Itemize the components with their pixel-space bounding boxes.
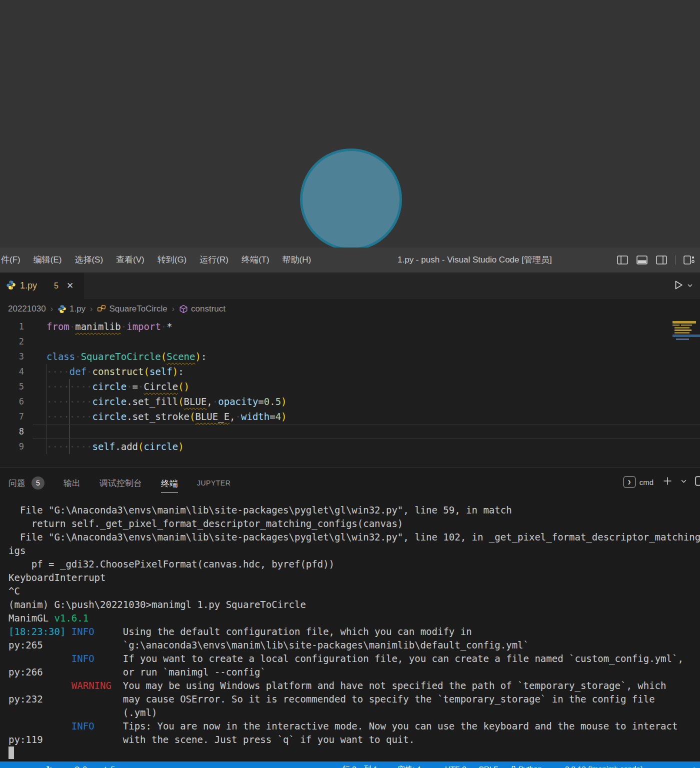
- warnings-icon: △: [102, 762, 108, 768]
- line-number: 9: [0, 439, 24, 454]
- menu-bar: 件(F)编辑(E)选择(S)查看(V)转到(G)运行(R)终端(T)帮助(H): [0, 248, 318, 272]
- menu-item-2[interactable]: 选择(S): [68, 248, 110, 272]
- code-line-8: 8: [0, 424, 700, 439]
- window-title: 1.py - push - Visual Studio Code [管理员]: [398, 248, 552, 272]
- braces-icon: {}: [511, 762, 516, 768]
- minimap-line: [672, 324, 680, 326]
- status-warnings-icon[interactable]: △5: [102, 762, 115, 768]
- code-line-3: 3class·SquareToCircle(Scene):: [0, 349, 700, 364]
- minimap-line: [674, 327, 690, 328]
- tab-1py[interactable]: 1.py 5 ✕: [0, 272, 84, 299]
- breadcrumb-item-construct[interactable]: construct: [179, 304, 226, 314]
- status-cursor-position[interactable]: 行 8，列 1: [342, 762, 378, 768]
- manim-circle-shape: [300, 148, 402, 250]
- toggle-sidebar-icon[interactable]: [616, 254, 628, 266]
- terminal-kind-icon: ❯: [624, 476, 636, 488]
- code-text: ········circle·=·Circle(): [46, 379, 190, 394]
- run-python-file-icon[interactable]: [673, 280, 684, 292]
- code-line-6: 6········circle.set_fill(BLUE,·opacity=0…: [0, 394, 700, 409]
- tab-close-icon[interactable]: ✕: [66, 282, 74, 290]
- terminal-output[interactable]: File "G:\Anaconda3\envs\manim\lib\site-p…: [8, 504, 700, 746]
- status-sync-icon[interactable]: ↻: [46, 762, 52, 768]
- new-terminal-icon[interactable]: [662, 476, 672, 488]
- code-editor[interactable]: 1from·manimlib·import·*23class·SquareToC…: [0, 319, 700, 468]
- line-number: 7: [0, 409, 24, 424]
- panel-tab-调试控制台[interactable]: 调试控制台: [100, 476, 142, 489]
- editor-tab-bar: 1.py 5 ✕: [0, 272, 700, 299]
- terminal-row: py:119 with the scene. Just press `q` if…: [8, 733, 700, 746]
- code-line-5: 5········circle·=·Circle(): [0, 379, 700, 394]
- run-dropdown-chevron-icon[interactable]: [687, 282, 693, 290]
- screen: { "colors": { "status_bar_bg": "#0b7dd7"…: [0, 0, 700, 768]
- menu-item-1[interactable]: 编辑(E): [27, 248, 68, 272]
- terminal-row: ManimGL v1.6.1: [8, 612, 700, 625]
- panel-tab-JUPYTER[interactable]: JUPYTER: [197, 477, 230, 487]
- class-icon: [97, 304, 106, 314]
- editor-actions: [673, 272, 693, 299]
- breadcrumb-separator: ›: [172, 304, 174, 314]
- minimap-line: [676, 338, 689, 340]
- minimap-line: [672, 321, 696, 324]
- tab-problems-badge: 5: [54, 282, 58, 290]
- status-encoding[interactable]: UTF-8: [445, 762, 466, 768]
- terminal-row: py:232 may cause OSError. So it is recom…: [8, 692, 700, 706]
- status-language-mode[interactable]: {}Python: [511, 762, 542, 768]
- minimap-line: [674, 332, 690, 334]
- menu-item-3[interactable]: 查看(V): [110, 248, 151, 272]
- line-number: 6: [0, 394, 24, 409]
- terminal-row: py:265 `g:\anaconda3\envs\manim\lib\site…: [8, 638, 700, 652]
- terminal-dropdown-chevron-icon[interactable]: [680, 478, 687, 486]
- breadcrumb: 20221030›1.py›SquareToCircle›construct: [0, 299, 700, 319]
- terminal-row: INFO Tips: You are now in the interactiv…: [8, 720, 700, 733]
- status-eol[interactable]: CRLF: [478, 762, 498, 768]
- toggle-panel-icon[interactable]: [636, 254, 648, 266]
- panel-tab-终端[interactable]: 终端: [161, 476, 178, 492]
- status-errors-icon[interactable]: ⊗0: [74, 762, 87, 768]
- terminal-row: (manim) G:\push\20221030>manimgl 1.py Sq…: [8, 598, 700, 612]
- code-text: class·SquareToCircle(Scene):: [46, 349, 206, 364]
- status-indentation[interactable]: 空格: 4: [398, 762, 421, 768]
- breadcrumb-item-squaretocircle[interactable]: SquareToCircle: [97, 304, 167, 314]
- python-icon: [58, 304, 66, 314]
- errors-icon: ⊗: [74, 762, 80, 768]
- panel-tab-输出[interactable]: 输出: [64, 476, 80, 489]
- line-number: 2: [0, 334, 24, 349]
- minimap[interactable]: [672, 319, 700, 352]
- code-line-1: 1from·manimlib·import·*: [0, 319, 700, 334]
- breadcrumb-separator: ›: [50, 304, 53, 314]
- status-notifications[interactable]: ○: [692, 762, 696, 768]
- panel-tabs: 问题5输出调试控制台终端JUPYTER: [8, 468, 250, 496]
- line-number: 3: [0, 349, 24, 364]
- panel-tab-问题[interactable]: 问题5: [8, 474, 44, 490]
- terminal-kind-label[interactable]: cmd: [640, 478, 654, 486]
- split-terminal-icon[interactable]: [695, 476, 700, 488]
- layout-separator: [675, 256, 676, 264]
- terminal-row: py:266 or run `manimgl --config`: [8, 666, 700, 679]
- terminal-row: INFO If you want to create a local confi…: [8, 652, 700, 666]
- menu-item-4[interactable]: 转到(G): [151, 248, 194, 272]
- bottom-panel: 问题5输出调试控制台终端JUPYTER ❯ cmd File "G:\Anaco…: [0, 468, 700, 762]
- menu-item-7[interactable]: 帮助(H): [276, 248, 318, 272]
- minimap-line: [672, 334, 700, 337]
- code-line-7: 7········circle.set_stroke(BLUE_E,·width…: [0, 409, 700, 424]
- terminal-row: (.yml): [8, 706, 700, 720]
- line-number: 5: [0, 379, 24, 394]
- menu-item-5[interactable]: 运行(R): [193, 248, 235, 272]
- code-text: ········circle.set_fill(BLUE,·opacity=0.…: [46, 394, 287, 409]
- breadcrumb-separator: ›: [90, 304, 92, 314]
- layout-controls: [616, 248, 695, 272]
- toggle-secondary-sidebar-icon[interactable]: [656, 254, 668, 266]
- code-text: from·manimlib·import·*: [46, 319, 172, 334]
- breadcrumb-item-1.py[interactable]: 1.py: [58, 304, 86, 314]
- breadcrumb-item-20221030[interactable]: 20221030: [8, 304, 46, 314]
- customize-layout-icon[interactable]: [683, 254, 695, 266]
- minimap-line: [674, 330, 692, 331]
- minimap-line: [681, 324, 692, 326]
- breadcrumb-label: 20221030: [8, 304, 46, 314]
- menu-item-6[interactable]: 终端(T): [235, 248, 276, 272]
- line-number: 4: [0, 364, 24, 379]
- code-text: ········circle.set_stroke(BLUE_E,·width=…: [46, 409, 287, 424]
- status-python-interpreter[interactable]: 3.8.13 ('manim': conda): [565, 762, 643, 768]
- menu-item-0[interactable]: 件(F): [0, 248, 27, 272]
- code-line-9: 9········self.add(circle): [0, 439, 700, 454]
